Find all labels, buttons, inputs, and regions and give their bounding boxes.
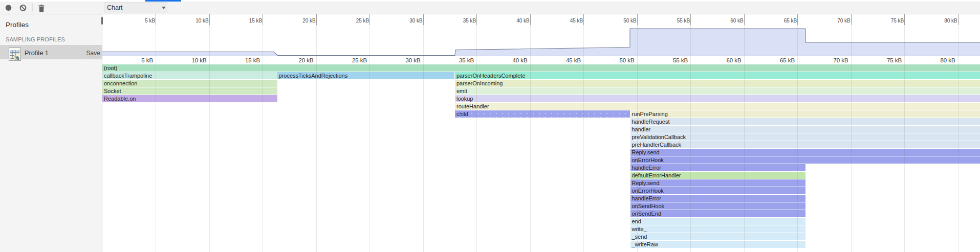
svg-text:%: % [14,55,19,61]
